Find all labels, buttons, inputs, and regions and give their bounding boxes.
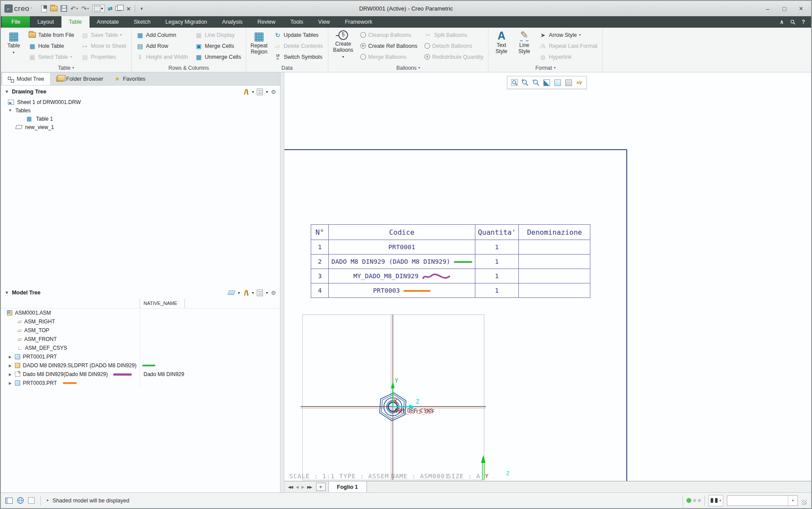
previous-sheet-button[interactable]: ◀: [294, 481, 300, 492]
mt-tools-icon[interactable]: [243, 290, 249, 296]
tab-layout[interactable]: Layout: [30, 16, 61, 28]
display-style-icon[interactable]: [543, 79, 551, 86]
add-column-button[interactable]: ▦Add Column: [134, 29, 191, 40]
tree-filters-caret-icon[interactable]: ▾: [266, 90, 268, 94]
bom-header-denominazione[interactable]: Denominazione: [519, 225, 590, 240]
save-button[interactable]: [61, 5, 67, 12]
regenerate-button[interactable]: ⇄: [108, 5, 113, 12]
last-sheet-button[interactable]: ▶▶: [305, 481, 313, 492]
view-manager-icon[interactable]: [564, 79, 572, 86]
hole-table-button[interactable]: ▦Hole Table: [26, 40, 77, 51]
group-label-balloons[interactable]: Balloons▾: [330, 64, 487, 72]
tab-file[interactable]: File: [2, 16, 30, 28]
bom-cell[interactable]: MY_DADO_M8_DIN929: [329, 269, 475, 283]
datum-display-icon[interactable]: x/y: [575, 79, 583, 86]
mt-settings-icon[interactable]: ⚙: [271, 290, 276, 296]
tab-annotate[interactable]: Annotate: [90, 16, 126, 28]
bom-cell[interactable]: 1: [475, 269, 519, 283]
web-browser-icon[interactable]: [17, 497, 24, 504]
bom-cell[interactable]: PRT0001: [329, 240, 475, 254]
toggle-navigator-icon[interactable]: [5, 498, 13, 504]
first-sheet-button[interactable]: ◀◀: [284, 481, 294, 492]
bom-row-2[interactable]: 2 DADO M8 DIN929 (DADO M8 DIN929) 1: [311, 254, 590, 269]
close-button[interactable]: ×: [794, 4, 808, 14]
tree-item-dado[interactable]: ▶ Dado M8 DIN929(Dado M8 DIN929) Dado M8…: [1, 370, 280, 379]
tree-item-asm0001[interactable]: ASM0001.ASM: [1, 308, 280, 317]
saved-orientations-icon[interactable]: [554, 79, 562, 86]
search-input[interactable]: [727, 496, 788, 505]
bom-cell[interactable]: [519, 269, 590, 283]
tree-filters-icon[interactable]: [257, 89, 263, 95]
tree-item-tables[interactable]: ▼ Tables: [1, 106, 280, 115]
repeat-region-button[interactable]: ▦ Repeat Region: [248, 28, 270, 64]
tree-item-dado-sldprt[interactable]: ▶ DADO M8 DIN929.SLDPRT (DADO M8 DIN929): [1, 361, 280, 370]
expand-icon[interactable]: ▶: [8, 373, 12, 376]
redo-caret-icon[interactable]: ▾: [87, 7, 89, 11]
tree-tools-icon[interactable]: [243, 89, 249, 95]
tab-analysis[interactable]: Analysis: [215, 16, 250, 28]
bom-header-row[interactable]: N° Codice Quantita' Denominazione: [311, 225, 590, 240]
tree-item-table1[interactable]: ▦ Table 1: [1, 115, 280, 123]
tab-favorites[interactable]: ★Favorites: [109, 72, 151, 85]
bom-cell[interactable]: 1: [475, 240, 519, 254]
column-divider[interactable]: [140, 299, 140, 308]
merge-cells-button[interactable]: ▣Merge Cells: [192, 40, 244, 51]
tree-settings-icon[interactable]: ⚙: [271, 89, 276, 95]
tab-table[interactable]: Table: [61, 16, 90, 28]
bom-cell[interactable]: [519, 254, 590, 269]
panel-splitter[interactable]: [280, 72, 284, 492]
close-window-button[interactable]: ×: [126, 5, 130, 12]
create-balloons-button[interactable]: 5 Create Balloons ▾: [330, 28, 357, 64]
update-tables-button[interactable]: ↻Update Tables: [271, 29, 326, 40]
tables-collapse-icon[interactable]: ▼: [8, 108, 12, 112]
bom-cell[interactable]: 2: [311, 254, 329, 269]
group-label-format[interactable]: Format▾: [490, 64, 600, 72]
tree-item-prt0001[interactable]: ▶ PRT0001.PRT: [1, 352, 280, 361]
tab-review[interactable]: Review: [250, 16, 283, 28]
bom-cell[interactable]: 1: [311, 240, 329, 254]
text-style-button[interactable]: A Text Style: [490, 28, 513, 64]
bom-cell[interactable]: 1: [475, 283, 519, 298]
bom-header-quantita[interactable]: Quantita': [475, 225, 519, 240]
zoom-out-icon[interactable]: −: [532, 79, 540, 86]
expand-icon[interactable]: ▶: [8, 364, 12, 368]
mt-display-caret-icon[interactable]: ▾: [238, 291, 240, 295]
bom-header-codice[interactable]: Codice: [329, 225, 475, 240]
minimize-button[interactable]: –: [761, 4, 774, 14]
tree-item-asm-def-csys[interactable]: ∟ ASM_DEF_CSYS: [1, 344, 280, 352]
minimize-ribbon-icon[interactable]: ∧: [780, 19, 784, 25]
csys-name-label-2[interactable]: PRT_CSYS_DEF: [396, 409, 435, 415]
undo-button[interactable]: ↶▾: [70, 5, 78, 13]
group-label-table[interactable]: Table▾: [2, 64, 130, 72]
tab-model-tree[interactable]: Model Tree: [2, 72, 50, 85]
bom-cell[interactable]: 4: [311, 283, 329, 298]
windows-button[interactable]: ▾: [115, 6, 123, 11]
table-from-file-button[interactable]: Table from File: [26, 29, 77, 40]
bom-row-3[interactable]: 3 MY_DADO_M8_DIN929 1: [311, 269, 590, 283]
zoom-region-icon[interactable]: [510, 79, 518, 86]
tree-item-asm-front[interactable]: ▱ ASM_FRONT: [1, 335, 280, 344]
bom-cell[interactable]: 3: [311, 269, 329, 283]
bom-cell[interactable]: PRT0003: [329, 283, 475, 298]
tree-item-new-view-1[interactable]: new_view_1: [1, 123, 280, 131]
line-style-button[interactable]: ✎ Line Style: [513, 28, 535, 64]
table-big-button[interactable]: ▦ Table ▾: [2, 28, 25, 64]
bom-cell[interactable]: 1: [475, 254, 519, 269]
tree-item-prt0003[interactable]: ▶ PRT0003.PRT: [1, 379, 280, 387]
next-sheet-button[interactable]: ▶: [300, 481, 305, 492]
bom-row-1[interactable]: 1 PRT0001 1: [311, 240, 590, 254]
drawing-tree-collapse-icon[interactable]: ▼: [5, 90, 9, 94]
mt-filters-icon[interactable]: [257, 290, 263, 296]
bom-cell[interactable]: [519, 240, 590, 254]
find-caret-icon[interactable]: ▾: [719, 498, 721, 502]
redo-button[interactable]: ↷▾: [81, 5, 89, 13]
model-events-indicator[interactable]: [683, 495, 705, 506]
native-name-column-header[interactable]: NATIVE_NAME: [144, 301, 177, 306]
switch-symbols-button[interactable]: 15⁄xSwitch Symbols: [271, 51, 326, 62]
qat-customize-button[interactable]: ▼: [140, 7, 144, 11]
tab-framework[interactable]: Framework: [338, 16, 380, 28]
zoom-in-icon[interactable]: +: [521, 79, 529, 86]
open-button[interactable]: [50, 6, 57, 11]
tree-item-asm-right[interactable]: ▱ ASM_RIGHT: [1, 317, 280, 326]
mt-filters-caret-icon[interactable]: ▾: [266, 291, 268, 295]
